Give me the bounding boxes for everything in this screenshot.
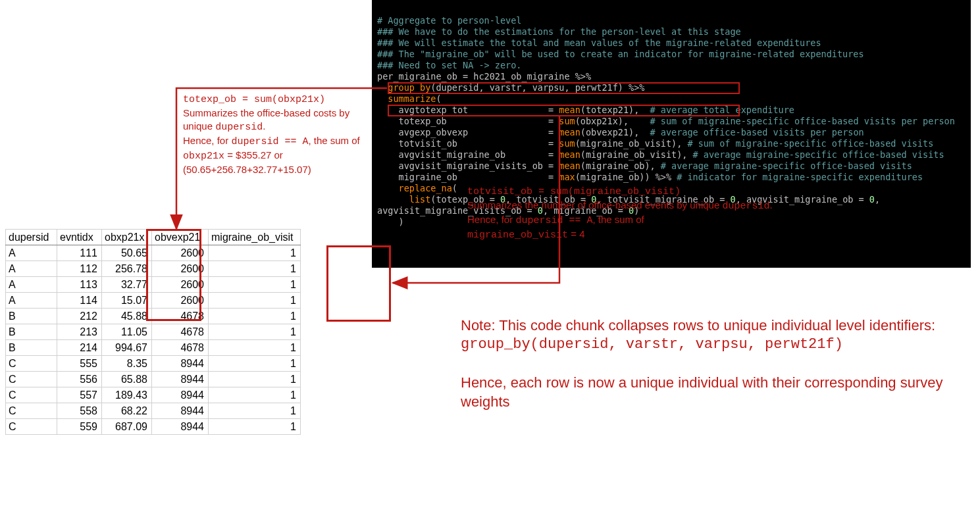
table-header-row: dupersid evntidx obxp21x obvexp21 migrai… xyxy=(6,230,301,245)
table-cell: 559 xyxy=(57,419,102,435)
table-cell: 1 xyxy=(209,261,301,277)
table-row: A11150.6526001 xyxy=(6,245,301,261)
table-cell: 8944 xyxy=(152,356,209,372)
table-cell: 2600 xyxy=(152,277,209,293)
annotation-totexp-dupersid: dupersid xyxy=(215,122,263,133)
table-cell: 1 xyxy=(209,403,301,419)
table-cell: 65.88 xyxy=(102,372,152,387)
annotation-totvisit-var: migraine_ob_visit xyxy=(467,230,568,241)
table-cell: 2600 xyxy=(152,261,209,277)
table-cell: 68.22 xyxy=(102,403,152,419)
table-cell: 1 xyxy=(209,419,301,435)
annotation-totvisit-text3: , the sum of xyxy=(592,214,644,225)
annotation-totvisit: totvisit_ob = sum(migraine_ob_visit) Sum… xyxy=(467,184,796,242)
table-cell: C xyxy=(6,372,57,387)
annotation-totexp-cond: dupersid == A xyxy=(231,136,308,147)
code-highlight-totvisit xyxy=(388,105,740,116)
table-cell: 32.77 xyxy=(102,277,152,293)
table-cell: 1 xyxy=(209,293,301,309)
table-cell: 687.09 xyxy=(102,419,152,435)
table-cell: A xyxy=(6,277,57,293)
table-cell: 4678 xyxy=(152,340,209,356)
table-cell: 1 xyxy=(209,340,301,356)
annotation-totvisit-text2: Hence, for xyxy=(467,214,515,225)
data-table: dupersid evntidx obxp21x obvexp21 migrai… xyxy=(5,229,301,435)
annotation-totexp-text1: Summarizes the office-based costs by uni… xyxy=(183,107,349,132)
col-dupersid: dupersid xyxy=(6,230,57,245)
table-row: C5558.3589441 xyxy=(6,356,301,372)
table-cell: 113 xyxy=(57,277,102,293)
code-highlight-totexp xyxy=(388,82,740,94)
annotation-totvisit-cond: dupersid == A xyxy=(515,215,592,226)
table-cell: 256.78 xyxy=(102,261,152,277)
table-cell: A xyxy=(6,245,57,261)
annotation-totexp-text3: , the sum of xyxy=(308,135,359,146)
annotation-totexp-code: totexp_ob = sum(obxp21x) xyxy=(183,94,325,105)
table-cell: 8944 xyxy=(152,419,209,435)
table-cell: 2600 xyxy=(152,293,209,309)
note-code: group_by(dupersid, varstr, varpsu, perwt… xyxy=(461,335,948,354)
col-migraine-ob-visit: migraine_ob_visit xyxy=(209,230,301,245)
note-line1: Note: This code chunk collapses rows to … xyxy=(461,316,948,335)
table-cell: 1 xyxy=(209,309,301,324)
table-cell: 1 xyxy=(209,324,301,340)
table-cell: A xyxy=(6,261,57,277)
table-cell: B xyxy=(6,340,57,356)
table-cell: 2600 xyxy=(152,245,209,261)
annotation-totvisit-result: = 4 xyxy=(568,228,584,239)
table-row: B21245.8846781 xyxy=(6,309,301,324)
table-cell: 555 xyxy=(57,356,102,372)
table-cell: 994.67 xyxy=(102,340,152,356)
table-row: C55868.2289441 xyxy=(6,403,301,419)
table-cell: B xyxy=(6,309,57,324)
table-cell: 8944 xyxy=(152,387,209,403)
table-cell: 212 xyxy=(57,309,102,324)
annotation-totvisit-dupersid: dupersid xyxy=(722,201,769,212)
table-cell: 557 xyxy=(57,387,102,403)
table-row: C557189.4389441 xyxy=(6,387,301,403)
table-cell: 1 xyxy=(209,387,301,403)
annotation-totexp-var: obxp21x xyxy=(183,151,224,162)
table-cell: 11.05 xyxy=(102,324,152,340)
table-cell: B xyxy=(6,324,57,340)
table-row: A11415.0726001 xyxy=(6,293,301,309)
table-cell: 50.65 xyxy=(102,245,152,261)
table-cell: 45.88 xyxy=(102,309,152,324)
table-cell: 114 xyxy=(57,293,102,309)
table-row: A112256.7826001 xyxy=(6,261,301,277)
col-obxp21x: obxp21x xyxy=(102,230,152,245)
table-cell: 8.35 xyxy=(102,356,152,372)
table-cell: 189.43 xyxy=(102,387,152,403)
table-row: A11332.7726001 xyxy=(6,277,301,293)
note-line3: Hence, each row is now a unique individu… xyxy=(461,373,948,411)
table-cell: 1 xyxy=(209,245,301,261)
table-row: C559687.0989441 xyxy=(6,419,301,435)
table-cell: 15.07 xyxy=(102,293,152,309)
table-cell: 4678 xyxy=(152,309,209,324)
table-cell: 558 xyxy=(57,403,102,419)
table-cell: C xyxy=(6,356,57,372)
table-cell: 214 xyxy=(57,340,102,356)
table-cell: 556 xyxy=(57,372,102,387)
note-block: Note: This code chunk collapses rows to … xyxy=(461,316,948,411)
table-cell: C xyxy=(6,387,57,403)
table-cell: 4678 xyxy=(152,324,209,340)
table-cell: 1 xyxy=(209,372,301,387)
table-cell: 111 xyxy=(57,245,102,261)
col-obvexp21: obvexp21 xyxy=(152,230,209,245)
table-row: C55665.8889441 xyxy=(6,372,301,387)
table-cell: A xyxy=(6,293,57,309)
annotation-totvisit-code: totvisit_ob = sum(migraine_ob_visit) xyxy=(467,186,681,197)
annotation-totvisit-text1: Summarizes the number of office-based ev… xyxy=(467,199,722,211)
table-cell: 8944 xyxy=(152,372,209,387)
table-cell: 1 xyxy=(209,277,301,293)
table-cell: C xyxy=(6,419,57,435)
table-cell: 8944 xyxy=(152,403,209,419)
table-cell: 1 xyxy=(209,356,301,372)
table-row: B21311.0546781 xyxy=(6,324,301,340)
table-cell: 112 xyxy=(57,261,102,277)
annotation-totexp-text2: Hence, for xyxy=(183,135,231,146)
col-evntidx: evntidx xyxy=(57,230,102,245)
annotation-totexp: totexp_ob = sum(obxp21x) Summarizes the … xyxy=(183,92,374,176)
table-cell: C xyxy=(6,403,57,419)
